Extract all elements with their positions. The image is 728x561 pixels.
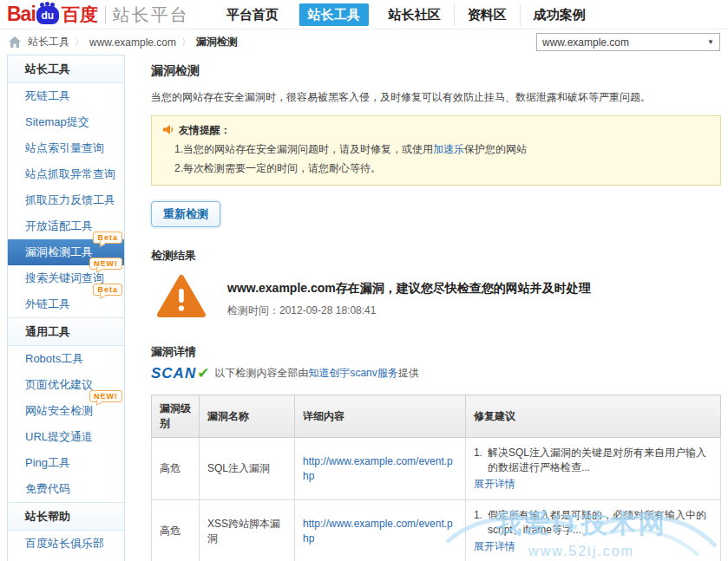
sidebar-item-robots-tool[interactable]: Robots工具 bbox=[8, 346, 124, 372]
sidebar-item-seo-guide[interactable]: 搜索引擎优化指南 bbox=[8, 557, 124, 561]
vuln-level: 高危 bbox=[152, 500, 200, 561]
sidebar-item-sitemap[interactable]: Sitemap提交 bbox=[8, 109, 124, 135]
sidebar-item-label: 漏洞检测工具 bbox=[25, 245, 93, 258]
column-header-name: 漏洞名称 bbox=[200, 395, 295, 438]
sidebar-item-site-security-check[interactable]: 网站安全检测 NEW! bbox=[8, 398, 124, 424]
new-badge: NEW! bbox=[89, 258, 122, 270]
provider-post: 提供 bbox=[398, 367, 419, 379]
sidebar-header-webmaster-tools: 站长工具 bbox=[8, 55, 124, 83]
sidebar: 站长工具 死链工具 Sitemap提交 站点索引量查询 站点抓取异常查询 抓取压… bbox=[7, 55, 125, 561]
logo-baidu-cn: 百度 bbox=[62, 3, 98, 27]
breadcrumb-separator: 〉 bbox=[75, 36, 84, 49]
column-header-detail: 详细内容 bbox=[295, 395, 466, 438]
nav-webmaster-tools[interactable]: 站长工具 bbox=[298, 3, 369, 26]
site-selector-dropdown[interactable]: www.example.com ▼ bbox=[536, 33, 720, 51]
sidebar-item-label: 外链工具 bbox=[25, 297, 70, 310]
notice-line1-pre: 1.当您的网站存在安全漏洞问题时，请及时修复，或使用 bbox=[174, 143, 433, 155]
vuln-advice: 1.假定所有输入都是可疑的，必须对所有输入中的script、iframe等字..… bbox=[466, 500, 721, 561]
result-time: 检测时间：2012-09-28 18:08:41 bbox=[227, 303, 591, 318]
nav-resources[interactable]: 资料区 bbox=[454, 3, 520, 26]
logo-divider bbox=[105, 6, 106, 23]
sidebar-item-index-query[interactable]: 站点索引量查询 bbox=[8, 135, 124, 161]
baidu-logo[interactable]: Bai du 百度 站长平台 bbox=[7, 3, 189, 27]
intro-text: 当您的网站存在安全漏洞时，很容易被黑客入侵，及时修复可以有效防止挂马、数据泄露和… bbox=[151, 89, 721, 105]
new-badge: NEW! bbox=[89, 390, 122, 402]
advice-text: 假定所有输入都是可疑的，必须对所有输入中的script、iframe等字... bbox=[488, 508, 712, 538]
sidebar-item-backlink-tool[interactable]: 外链工具 Beta bbox=[8, 291, 124, 317]
detail-section-title: 漏洞详情 bbox=[151, 344, 721, 360]
baidu-paw-icon: du bbox=[36, 6, 59, 24]
main-content: 漏洞检测 当您的网站存在安全漏洞时，很容易被黑客入侵，及时修复可以有效防止挂马、… bbox=[125, 55, 728, 561]
expand-details-link[interactable]: 展开详情 bbox=[474, 539, 515, 554]
sidebar-header-webmaster-help: 站长帮助 bbox=[8, 502, 124, 531]
sidebar-item-url-submit[interactable]: URL提交通道 bbox=[8, 424, 124, 450]
column-header-level: 漏洞级别 bbox=[152, 395, 200, 438]
speaker-icon bbox=[162, 124, 174, 138]
vuln-name: XSS跨站脚本漏洞 bbox=[200, 500, 295, 561]
home-icon[interactable] bbox=[9, 36, 21, 48]
main-nav: 平台首页 站长工具 站长社区 资料区 成功案例 bbox=[213, 0, 599, 29]
scanv-service-link[interactable]: 知道创宇scanv服务 bbox=[308, 367, 397, 379]
breadcrumb-tools[interactable]: 站长工具 bbox=[28, 35, 69, 49]
warning-triangle-icon bbox=[156, 274, 207, 322]
jiasule-link[interactable]: 加速乐 bbox=[433, 143, 464, 155]
sidebar-item-free-code[interactable]: 免费代码 bbox=[8, 476, 124, 502]
expand-details-link[interactable]: 展开详情 bbox=[474, 477, 515, 492]
site-selector-value: www.example.com bbox=[542, 36, 629, 49]
notice-line1-post: 保护您的网站 bbox=[464, 143, 527, 155]
provider-note: 以下检测内容全部由知道创宇scanv服务提供 bbox=[214, 366, 418, 381]
table-row: 高危 XSS跨站脚本漏洞 http://www.example.com/even… bbox=[152, 500, 721, 561]
breadcrumb-current-page: 漏洞检测 bbox=[196, 35, 238, 49]
sidebar-item-label: 搜索关键词查询 bbox=[25, 271, 104, 284]
notice-title: 友情提醒： bbox=[179, 123, 231, 138]
nav-platform-home[interactable]: 平台首页 bbox=[213, 3, 292, 26]
logo-platform-name: 站长平台 bbox=[113, 3, 189, 27]
detail-section: 漏洞详情 SCAN ✔ 以下检测内容全部由知道创宇scanv服务提供 漏洞级别 … bbox=[151, 344, 721, 561]
breadcrumb-bar: 站长工具 〉 www.example.com 〉 漏洞检测 www.exampl… bbox=[0, 29, 728, 55]
result-time-value: 2012-09-28 18:08:41 bbox=[279, 304, 376, 316]
result-time-label: 检测时间： bbox=[227, 304, 279, 316]
page-title: 漏洞检测 bbox=[151, 63, 721, 79]
sidebar-header-general-tools: 通用工具 bbox=[8, 317, 124, 346]
sidebar-item-baidu-webmaster-club[interactable]: 百度站长俱乐部 bbox=[8, 531, 124, 557]
vuln-name: SQL注入漏洞 bbox=[200, 438, 295, 500]
nav-webmaster-community[interactable]: 站长社区 bbox=[376, 3, 454, 26]
result-section-title: 检测结果 bbox=[151, 248, 721, 264]
notice-line-1: 1.当您的网站存在安全漏洞问题时，请及时修复，或使用加速乐保护您的网站 bbox=[174, 142, 710, 157]
advice-number: 1. bbox=[474, 446, 488, 475]
beta-badge: Beta bbox=[93, 284, 122, 296]
vulnerability-table: 漏洞级别 漏洞名称 详细内容 修复建议 高危 SQL注入漏洞 http://ww… bbox=[151, 395, 721, 561]
beta-badge: Beta bbox=[93, 232, 122, 244]
breadcrumb-separator: 〉 bbox=[181, 36, 191, 49]
sidebar-item-dead-link-tool[interactable]: 死链工具 bbox=[8, 83, 124, 109]
scanv-logo: SCAN bbox=[151, 365, 196, 382]
vuln-level: 高危 bbox=[152, 438, 200, 500]
friendly-reminder-box: 友情提醒： 1.当您的网站存在安全漏洞问题时，请及时修复，或使用加速乐保护您的网… bbox=[151, 115, 721, 186]
table-row: 高危 SQL注入漏洞 http://www.example.com/event.… bbox=[152, 438, 721, 500]
sidebar-item-ping-tool[interactable]: Ping工具 bbox=[8, 450, 124, 476]
sidebar-item-label: 网站安全检测 bbox=[25, 404, 93, 417]
result-message: www.example.com存在漏洞，建议您尽快检查您的网站并及时处理 bbox=[227, 281, 591, 297]
top-header: Bai du 百度 站长平台 平台首页 站长工具 站长社区 资料区 成功案例 bbox=[0, 0, 728, 29]
result-section: 检测结果 www.example.com存在漏洞，建议您尽快检查您的网站并及时处… bbox=[151, 248, 721, 322]
nav-success-cases[interactable]: 成功案例 bbox=[520, 3, 599, 26]
scanv-check-icon: ✔ bbox=[197, 364, 209, 382]
logo-bai: Bai bbox=[7, 3, 36, 26]
vuln-advice: 1.解决SQL注入漏洞的关键是对所有来自用户输入的数据进行严格检查... 展开详… bbox=[466, 438, 721, 500]
vuln-url-link[interactable]: http://www.example.com/event.php bbox=[303, 455, 453, 482]
advice-text: 解决SQL注入漏洞的关键是对所有来自用户输入的数据进行严格检查... bbox=[488, 446, 712, 475]
sidebar-item-crawl-pressure[interactable]: 抓取压力反馈工具 bbox=[8, 187, 124, 213]
vuln-url-link[interactable]: http://www.example.com/event.php bbox=[303, 518, 453, 545]
sidebar-item-crawl-error-query[interactable]: 站点抓取异常查询 bbox=[8, 161, 124, 187]
advice-number: 1. bbox=[474, 508, 488, 538]
recheck-button[interactable]: 重新检测 bbox=[151, 201, 220, 227]
provider-pre: 以下检测内容全部由 bbox=[214, 367, 308, 379]
chevron-down-icon: ▼ bbox=[707, 38, 714, 46]
column-header-advice: 修复建议 bbox=[466, 395, 721, 438]
notice-line-2: 2.每次检测需要一定的时间，请您耐心等待。 bbox=[174, 161, 710, 176]
breadcrumb-site[interactable]: www.example.com bbox=[89, 36, 176, 49]
table-header-row: 漏洞级别 漏洞名称 详细内容 修复建议 bbox=[152, 395, 721, 438]
